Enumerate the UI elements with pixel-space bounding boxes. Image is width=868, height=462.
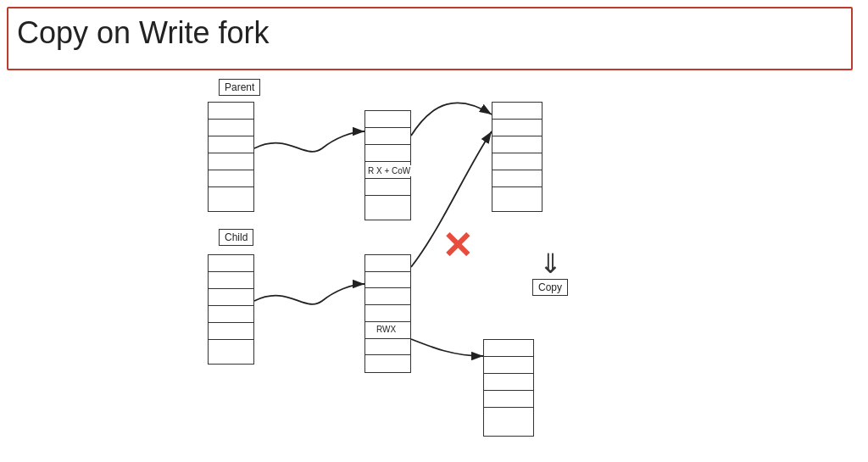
stack-cell [365, 272, 410, 289]
parent-label: Parent [219, 79, 260, 96]
stack-cell [484, 357, 533, 374]
stack-cell [209, 323, 253, 340]
stack-cell [209, 103, 253, 120]
stack-cell [209, 187, 253, 204]
stack-cell [209, 153, 253, 170]
rwx-label: RWX [376, 325, 396, 334]
down-arrow-icon: ⇓ [539, 250, 562, 277]
stack-cell [209, 272, 253, 289]
stack-child-new [483, 339, 534, 437]
stack-cell [209, 289, 253, 306]
stack-cell [484, 408, 533, 425]
stack-cell [209, 255, 253, 272]
stack-cell [209, 306, 253, 323]
stack-cell [365, 111, 410, 128]
copy-arrow-container: ⇓ Copy [532, 250, 568, 296]
stack-cell [492, 136, 542, 153]
stack-cell [365, 305, 410, 322]
stack-cell [492, 103, 542, 120]
rx-cow-label: R X + CoW [366, 165, 412, 176]
stack-cell [484, 340, 533, 357]
stack-cell [484, 391, 533, 408]
stack-cell [365, 255, 410, 272]
page-title: Copy on Write fork [17, 15, 269, 51]
stack-cell [365, 288, 410, 305]
stack-cell [484, 374, 533, 391]
red-x-icon: ✕ [442, 224, 473, 267]
stack-child-middle [364, 254, 411, 373]
stack-cell [492, 170, 542, 187]
stack-cell [492, 153, 542, 170]
copy-label-box: Copy [532, 279, 568, 296]
stack-cell [209, 170, 253, 187]
stack-cell [365, 355, 410, 372]
stack-cell [492, 120, 542, 136]
stack-cell [365, 339, 410, 356]
stack-cell [209, 136, 253, 153]
stack-cell [365, 128, 410, 145]
stack-cell [365, 179, 410, 196]
stack-cell [492, 187, 542, 204]
stack-cell [365, 196, 410, 213]
child-label: Child [219, 229, 253, 246]
stack-cell [365, 145, 410, 162]
stack-parent-right [492, 102, 542, 212]
stack-parent-left [208, 102, 254, 212]
stack-child-left [208, 254, 254, 365]
stack-cell [209, 120, 253, 136]
stack-cell [209, 340, 253, 357]
